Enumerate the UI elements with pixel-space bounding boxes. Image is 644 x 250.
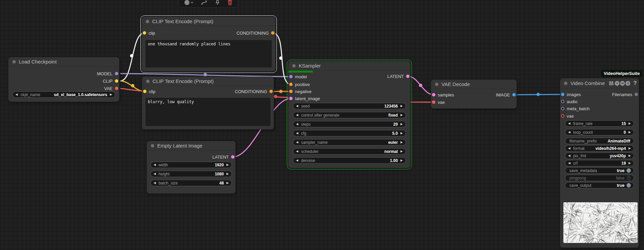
node-header[interactable]: Empty Latent Image <box>147 141 235 151</box>
output-slot-image[interactable]: IMAGE <box>431 92 517 98</box>
widget-cfg[interactable]: ◀ cfg 5.0 ▶ <box>293 130 406 136</box>
output-slot-conditioning[interactable]: CONDITIONING <box>142 30 275 36</box>
widget-scheduler[interactable]: ◀ scheduler normal ▶ <box>293 148 406 155</box>
node-clip-text-encode-positive[interactable]: CLIP Text Encode (Prompt) clip CONDITION… <box>142 17 275 72</box>
output-slot-clip[interactable]: CLIP <box>8 78 119 84</box>
increment-arrow-icon[interactable]: ▶ <box>629 122 631 125</box>
image-slot-dot[interactable] <box>512 93 516 96</box>
collapse-dot-icon[interactable] <box>435 83 438 86</box>
collapse-dot-icon[interactable] <box>146 20 149 23</box>
node-header[interactable]: CLIP Text Encode (Prompt) <box>142 77 274 86</box>
collapse-dot-icon[interactable] <box>151 144 154 148</box>
widget-sampler-name[interactable]: ◀ sampler_name euler ▶ <box>293 139 406 145</box>
node-header[interactable]: Video Combine V H S ? <box>560 78 639 88</box>
increment-arrow-icon[interactable]: ▶ <box>226 163 229 166</box>
widget-ckpt-name[interactable]: ◀ ckpt_name sd_xl_base_1.0.safetensors ▶ <box>12 91 115 98</box>
decrement-arrow-icon[interactable]: ◀ <box>568 131 570 134</box>
node-clip-text-encode-negative[interactable]: CLIP Text Encode (Prompt) clip CONDITION… <box>142 77 274 129</box>
widget-frame-rate[interactable]: ◀ frame_rate 15 ▶ <box>565 120 634 127</box>
output-slot-conditioning[interactable]: CONDITIONING <box>142 88 274 94</box>
prompt-textarea[interactable]: one thousand randomly placed lines <box>145 40 272 68</box>
conditioning-slot-dot[interactable] <box>271 31 274 35</box>
node-header[interactable]: VAE Decode <box>431 80 517 89</box>
pin-button[interactable] <box>215 0 220 5</box>
output-slot-model[interactable]: MODEL <box>8 71 119 77</box>
widget-height[interactable]: ◀ height 1080 ▶ <box>151 171 232 177</box>
decrement-arrow-icon[interactable]: ◀ <box>568 162 570 165</box>
video-preview-image[interactable] <box>563 202 638 243</box>
filenames-slot-dot[interactable] <box>635 93 638 96</box>
help-icon[interactable]: ? <box>633 80 637 87</box>
decrement-arrow-icon[interactable]: ◀ <box>154 163 156 166</box>
decrement-arrow-icon[interactable]: ◀ <box>296 159 298 162</box>
decrement-arrow-icon[interactable]: ◀ <box>296 150 298 153</box>
node-ksampler[interactable]: KSampler model LATENT positive negative … <box>288 61 411 168</box>
widget-filename-prefix[interactable]: filename_prefix AnimateDiff <box>565 138 634 144</box>
widget-loop-count[interactable]: ◀ loop_count 0 ▶ <box>565 129 634 135</box>
conditioning-slot-dot[interactable] <box>289 83 293 86</box>
widget-pingpong[interactable]: pingpong false <box>565 175 634 181</box>
bypass-link-button[interactable] <box>201 0 208 5</box>
increment-arrow-icon[interactable]: ▶ <box>400 123 403 126</box>
widget-format[interactable]: ◀ format video/h264-mp4 ▶ <box>565 145 634 152</box>
node-vae-decode[interactable]: VAE Decode samples IMAGE vae <box>431 80 517 109</box>
increment-arrow-icon[interactable]: ▶ <box>400 105 403 108</box>
increment-arrow-icon[interactable]: ▶ <box>629 162 631 165</box>
delete-button[interactable] <box>227 0 232 5</box>
widget-save-output[interactable]: save_output true <box>565 182 634 189</box>
node-header[interactable]: KSampler <box>288 61 411 71</box>
conditioning-slot-dot[interactable] <box>269 90 273 93</box>
node-load-checkpoint[interactable]: Load Checkpoint MODEL CLIP VAE ◀ ckpt_na… <box>8 57 119 102</box>
widget-batch-size[interactable]: ◀ batch_size 48 ▶ <box>151 180 232 186</box>
decrement-arrow-icon[interactable]: ◀ <box>296 132 298 135</box>
increment-arrow-icon[interactable]: ▶ <box>400 132 403 135</box>
collapse-dot-icon[interactable] <box>12 60 16 64</box>
increment-arrow-icon[interactable]: ▶ <box>226 181 229 184</box>
input-slot-latent-image[interactable]: latent_image <box>288 95 342 101</box>
widget-steps[interactable]: ◀ steps 20 ▶ <box>293 121 406 127</box>
node-color-button[interactable] <box>184 0 194 5</box>
input-slot-meta-batch[interactable]: meta_batch <box>560 106 604 112</box>
decrement-arrow-icon[interactable]: ◀ <box>154 172 156 175</box>
widget-denoise[interactable]: ◀ denoise 1.00 ▶ <box>293 157 406 164</box>
increment-arrow-icon[interactable]: ▶ <box>400 159 403 162</box>
increment-arrow-icon[interactable]: ▶ <box>400 141 403 144</box>
latent-slot-dot[interactable] <box>406 75 410 78</box>
toggle-off-icon[interactable] <box>627 176 631 180</box>
increment-arrow-icon[interactable]: ▶ <box>226 172 229 175</box>
input-slot-vae[interactable]: vae <box>560 113 604 119</box>
widget-pix-fmt[interactable]: ◀ pix_fmt yuv420p ▶ <box>565 153 634 159</box>
collapse-dot-icon[interactable] <box>146 80 149 83</box>
prompt-textarea[interactable]: blurry, low quality <box>145 98 270 126</box>
clip-slot-dot[interactable] <box>115 79 118 83</box>
increment-arrow-icon[interactable]: ▶ <box>629 147 631 150</box>
input-slot-vae[interactable]: vae <box>431 99 468 105</box>
decrement-arrow-icon[interactable]: ◀ <box>568 122 570 125</box>
widget-crf[interactable]: ◀ crf 19 ▶ <box>565 160 634 166</box>
decrement-arrow-icon[interactable]: ◀ <box>296 114 298 117</box>
output-slot-vae[interactable]: VAE <box>8 85 119 91</box>
widget-width[interactable]: ◀ width 1920 ▶ <box>151 162 232 168</box>
input-slot-positive[interactable]: positive <box>288 81 335 87</box>
decrement-arrow-icon[interactable]: ◀ <box>568 154 570 157</box>
audio-slot-dot[interactable] <box>561 100 564 103</box>
decrement-arrow-icon[interactable]: ◀ <box>154 181 156 184</box>
latent-slot-dot[interactable] <box>289 97 293 100</box>
latent-slot-dot[interactable] <box>231 155 234 159</box>
decrement-arrow-icon[interactable]: ◀ <box>568 147 570 150</box>
increment-arrow-icon[interactable]: ▶ <box>400 114 403 117</box>
node-empty-latent-image[interactable]: Empty Latent Image LATENT ◀ width 1920 ▶… <box>147 141 235 194</box>
increment-arrow-icon[interactable]: ▶ <box>400 150 403 153</box>
increment-arrow-icon[interactable]: ▶ <box>110 93 112 96</box>
widget-save-metadata[interactable]: save_metadata true <box>565 167 634 174</box>
decrement-arrow-icon[interactable]: ◀ <box>15 93 18 96</box>
decrement-arrow-icon[interactable]: ◀ <box>296 105 298 108</box>
widget-control-after-generate[interactable]: ◀ control after generate fixed ▶ <box>293 112 406 118</box>
node-video-combine[interactable]: Video Combine V H S ? images Filenames a… <box>560 78 639 248</box>
collapse-dot-icon[interactable] <box>292 64 296 68</box>
output-slot-latent[interactable]: LATENT <box>147 154 235 160</box>
collapse-dot-icon[interactable] <box>564 82 567 85</box>
vae-slot-dot[interactable] <box>432 100 435 104</box>
input-slot-negative[interactable]: negative <box>288 88 335 94</box>
decrement-arrow-icon[interactable]: ◀ <box>296 123 298 126</box>
